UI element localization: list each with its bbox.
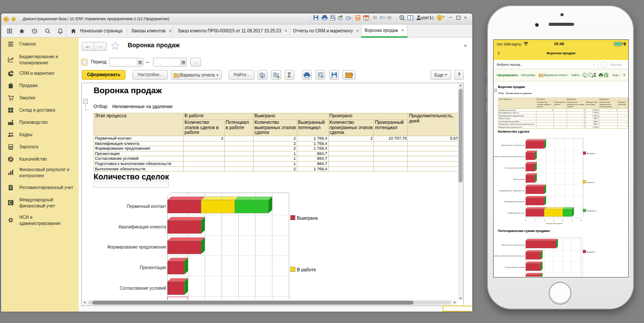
svg-text:Квалификация клиента: Квалификация клиента bbox=[118, 225, 166, 229]
svg-text:5: 5 bbox=[571, 219, 573, 221]
svg-text:Согласование условий: Согласование условий bbox=[120, 286, 166, 291]
svg-text:Выиграна: Выиграна bbox=[587, 251, 595, 253]
svg-text:Первичный контакт: Первичный контакт bbox=[508, 212, 525, 214]
svg-text:Формирование предложения: Формирование предложения bbox=[499, 190, 525, 192]
svg-text:2: 2 bbox=[544, 219, 545, 221]
svg-text:3: 3 bbox=[553, 219, 554, 221]
svg-text:В работе: В работе bbox=[297, 267, 316, 272]
svg-text:В работе: В работе bbox=[587, 181, 595, 183]
svg-text:Выиграна: Выиграна bbox=[587, 152, 595, 154]
svg-text:Согласование условий: Согласование условий bbox=[505, 167, 525, 169]
svg-text:Презентация: Презентация bbox=[140, 265, 166, 270]
svg-text:Презентация: Презентация bbox=[513, 178, 525, 180]
svg-text:Подготовка к выполнению обязат: Подготовка к выполнению обязательств bbox=[494, 155, 525, 158]
svg-text:31: 31 bbox=[365, 17, 368, 20]
svg-text:Формирование предложения: Формирование предложения bbox=[107, 245, 166, 249]
svg-text:Выполнение обязательств: Выполнение обязательств bbox=[501, 244, 525, 246]
svg-text:6: 6 bbox=[581, 219, 582, 221]
svg-text:Подготовка к выполнению обязат: Подготовка к выполнению обязательств bbox=[494, 255, 525, 257]
svg-text:Первичный контакт: Первичный контакт bbox=[127, 204, 167, 209]
svg-text:Выполнение обязательств: Выполнение обязательств bbox=[501, 144, 525, 146]
svg-text:Квалификация клиента: Квалификация клиента bbox=[504, 200, 525, 203]
svg-text:Согласование условий: Согласование условий bbox=[505, 266, 525, 268]
svg-text:Проиграна: Проиграна bbox=[587, 210, 596, 212]
svg-text:Выиграна: Выиграна bbox=[297, 215, 318, 220]
svg-text:4: 4 bbox=[562, 219, 564, 221]
svg-text:1: 1 bbox=[534, 219, 536, 221]
svg-text:0: 0 bbox=[525, 219, 526, 221]
svg-text:Количество сделок: Количество сделок bbox=[546, 222, 563, 225]
